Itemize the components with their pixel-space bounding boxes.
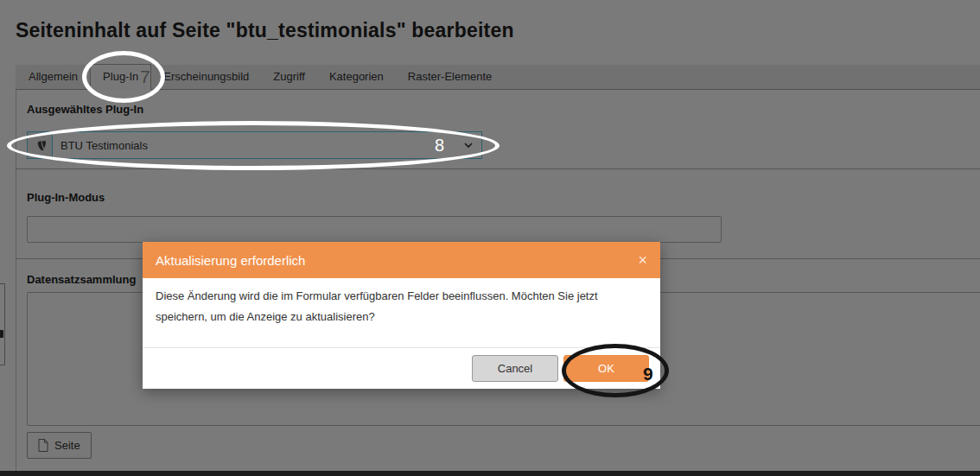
modal-title: Aktualisierung erforderlich — [156, 253, 305, 268]
update-required-modal: Aktualisierung erforderlich × Diese Ände… — [143, 242, 660, 389]
close-icon[interactable]: × — [638, 252, 647, 268]
modal-backdrop — [0, 0, 980, 476]
ok-button[interactable]: OK — [563, 355, 649, 382]
cancel-button[interactable]: Cancel — [472, 355, 558, 382]
modal-header: Aktualisierung erforderlich × — [143, 242, 660, 278]
modal-body-line: speichern, um die Anzeige zu aktualisier… — [156, 307, 647, 327]
typo3-edit-page-content-screen: Seiteninhalt auf Seite "btu_testimonials… — [0, 0, 980, 476]
modal-body-line: Diese Änderung wird die im Formular verf… — [156, 286, 647, 307]
modal-body: Diese Änderung wird die im Formular verf… — [143, 278, 660, 327]
modal-footer: Cancel OK — [143, 347, 660, 389]
